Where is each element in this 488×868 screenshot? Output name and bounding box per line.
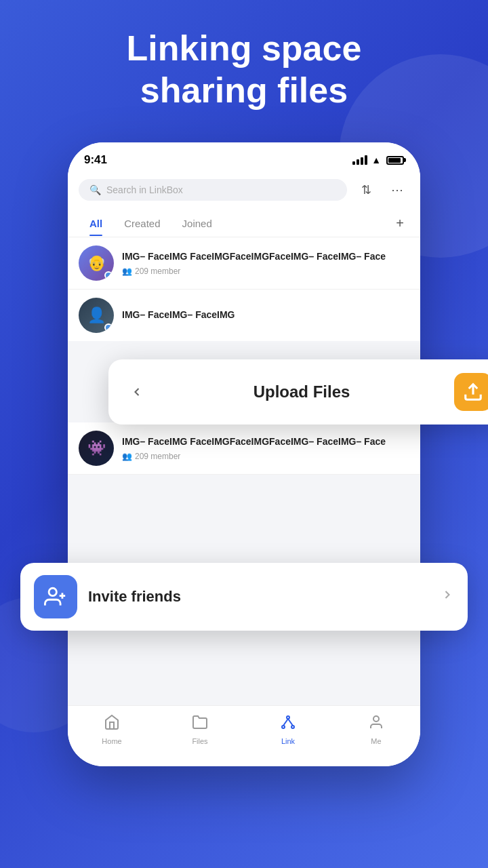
online-indicator-1 xyxy=(104,271,113,279)
home-icon xyxy=(104,714,120,734)
nav-files-label: Files xyxy=(192,737,207,745)
svg-line-4 xyxy=(288,719,293,726)
nav-home[interactable]: Home xyxy=(85,714,139,745)
nav-link-label: Link xyxy=(281,737,295,745)
nav-link[interactable]: Link xyxy=(261,714,315,745)
avatar-1: 👴 xyxy=(79,245,114,281)
tab-created[interactable]: Created xyxy=(113,211,171,236)
upload-back-button[interactable] xyxy=(125,380,149,404)
svg-point-0 xyxy=(287,716,289,719)
search-input[interactable]: 🔍 Search in LinkBox xyxy=(79,179,347,201)
more-button[interactable]: ⋯ xyxy=(385,178,409,202)
space-members-1: 👥 209 member xyxy=(122,267,409,276)
hero-title-line1: Linking space xyxy=(127,28,362,68)
phone-screen: 9:41 ▲ 🔍 Search in LinkBox ⇅ xyxy=(68,142,420,766)
upload-files-card: Upload Files xyxy=(108,359,488,425)
svg-line-3 xyxy=(283,719,288,726)
nav-me[interactable]: Me xyxy=(349,714,403,745)
svg-point-2 xyxy=(291,726,294,728)
svg-point-1 xyxy=(282,726,285,728)
signal-icon xyxy=(352,155,367,165)
search-bar-row: 🔍 Search in LinkBox ⇅ ⋯ xyxy=(68,172,420,210)
tab-add-button[interactable]: + xyxy=(390,210,409,237)
hero-title: Linking space sharing files xyxy=(0,27,488,112)
upload-icon-button[interactable] xyxy=(454,373,488,411)
files-icon xyxy=(192,714,208,734)
svg-point-7 xyxy=(49,588,56,595)
space-item-2[interactable]: 👤 IMG– FaceIMG– FaceIMG xyxy=(68,290,420,341)
status-time: 9:41 xyxy=(84,153,107,167)
search-placeholder: Search in LinkBox xyxy=(106,184,183,195)
link-icon xyxy=(280,714,296,734)
members-icon-3: 👥 xyxy=(122,452,132,461)
invite-friends-card[interactable]: Invite friends xyxy=(20,563,468,631)
tab-all[interactable]: All xyxy=(79,211,113,236)
bottom-nav: Home Files xyxy=(68,705,420,766)
tabs-row: All Created Joined + xyxy=(68,210,420,237)
me-icon xyxy=(368,714,384,734)
avatar-3: 👾 xyxy=(79,431,114,466)
status-bar: 9:41 ▲ xyxy=(68,142,420,172)
avatar-2: 👤 xyxy=(79,298,114,333)
nav-me-label: Me xyxy=(371,737,381,745)
tab-joined[interactable]: Joined xyxy=(171,211,223,236)
upload-files-title: Upload Files xyxy=(160,382,443,401)
space-info-2: IMG– FaceIMG– FaceIMG xyxy=(122,309,409,322)
space-item-1[interactable]: 👴 IMG– FaceIMG FaceIMGFaceIMGFaceIMG– Fa… xyxy=(68,237,420,290)
invite-icon xyxy=(34,575,77,618)
sort-button[interactable]: ⇅ xyxy=(354,178,378,202)
search-icon: 🔍 xyxy=(89,184,101,195)
status-icons: ▲ xyxy=(352,155,404,165)
hero-title-line2: sharing files xyxy=(140,71,348,110)
space-item-3[interactable]: 👾 IMG– FaceIMG FaceIMGFaceIMGFaceIMG– Fa… xyxy=(68,422,420,475)
invite-friends-title: Invite friends xyxy=(88,588,430,606)
battery-icon xyxy=(386,156,404,165)
members-icon-1: 👥 xyxy=(122,267,132,276)
wifi-icon: ▲ xyxy=(371,155,381,165)
space-members-3: 👥 209 member xyxy=(122,452,409,461)
nav-home-label: Home xyxy=(102,737,121,745)
online-indicator-2 xyxy=(104,323,113,332)
space-info-3: IMG– FaceIMG FaceIMGFaceIMGFaceIMG– Face… xyxy=(122,435,409,461)
invite-chevron-icon xyxy=(441,588,454,606)
phone-mockup: 9:41 ▲ 🔍 Search in LinkBox ⇅ xyxy=(68,142,420,766)
svg-point-5 xyxy=(373,716,379,722)
space-info-1: IMG– FaceIMG FaceIMGFaceIMGFaceIMG– Face… xyxy=(122,250,409,276)
space-name-1: IMG– FaceIMG FaceIMGFaceIMGFaceIMG– Face… xyxy=(122,250,409,264)
space-name-2: IMG– FaceIMG– FaceIMG xyxy=(122,309,409,322)
space-name-3: IMG– FaceIMG FaceIMGFaceIMGFaceIMG– Face… xyxy=(122,435,409,449)
nav-files[interactable]: Files xyxy=(173,714,227,745)
